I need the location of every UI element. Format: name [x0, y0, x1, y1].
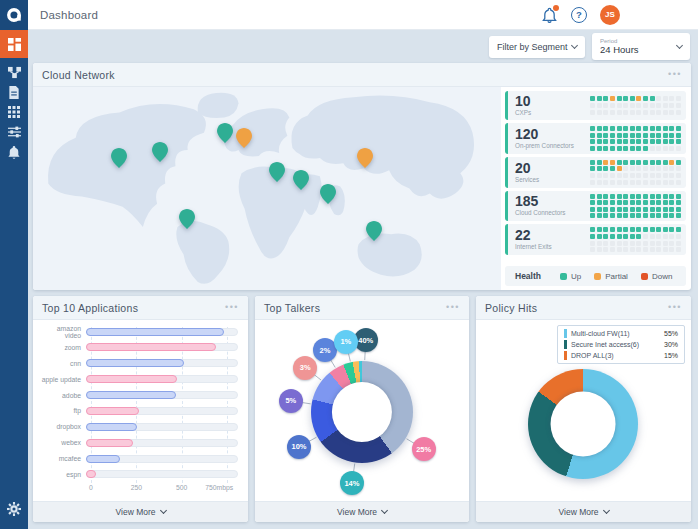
view-more-button[interactable]: View More: [255, 501, 469, 522]
status-dot-empty: [597, 103, 602, 108]
map-pin-up[interactable]: [217, 123, 233, 143]
status-dot-up: [597, 166, 602, 171]
panel-menu-icon[interactable]: •••: [225, 303, 239, 312]
sidebar-item-settings[interactable]: [0, 499, 28, 519]
sidebar-item-documents[interactable]: [0, 82, 28, 102]
status-dot-empty: [650, 166, 655, 171]
bar-track: [86, 423, 238, 431]
map-pin-up[interactable]: [152, 142, 168, 162]
app-bar[interactable]: [86, 439, 133, 447]
status-dot-empty: [663, 96, 668, 101]
app-bar[interactable]: [86, 407, 139, 415]
map-pin-up[interactable]: [269, 162, 285, 182]
status-dot-up: [663, 227, 668, 232]
status-dot-up: [676, 200, 681, 205]
status-dot-empty: [603, 110, 608, 115]
status-dot-empty: [603, 241, 608, 246]
status-dot-up: [630, 207, 635, 212]
map-pin-up[interactable]: [366, 221, 382, 241]
status-dot-up: [630, 96, 635, 101]
status-dot-empty: [663, 173, 668, 178]
view-more-button[interactable]: View More: [476, 501, 691, 522]
status-dot-empty: [656, 103, 661, 108]
status-dot-up: [603, 166, 608, 171]
app-bar[interactable]: [86, 359, 184, 367]
legend-label: Partial: [605, 272, 628, 281]
status-dot-up: [623, 194, 628, 199]
gear-icon: [7, 502, 21, 516]
status-dot-empty: [623, 247, 628, 252]
bar-track: [86, 328, 238, 336]
status-dot-up: [663, 200, 668, 205]
document-icon: [8, 86, 20, 99]
app-bar-row: zoom: [39, 343, 238, 352]
policy-hits-title: Policy Hits: [485, 302, 537, 314]
app-bar-row: espn: [39, 470, 238, 479]
sidebar-item-dashboard[interactable]: [0, 30, 28, 58]
map-pin-up[interactable]: [293, 170, 309, 190]
map-pin-up[interactable]: [179, 209, 195, 229]
app-bar[interactable]: [86, 423, 137, 431]
status-dot-up: [669, 126, 674, 131]
status-dot-up: [623, 96, 628, 101]
status-dot-up: [676, 160, 681, 165]
status-dot-empty: [610, 180, 615, 185]
sidebar-item-controls[interactable]: [0, 122, 28, 142]
user-avatar[interactable]: JS: [600, 5, 620, 25]
sidebar-item-apps[interactable]: [0, 102, 28, 122]
status-dot-up: [590, 96, 595, 101]
status-dot-up: [636, 213, 641, 218]
status-dot-empty: [650, 247, 655, 252]
notifications-button[interactable]: [542, 7, 558, 23]
app-bar[interactable]: [86, 391, 176, 399]
status-dot-up: [603, 139, 608, 144]
app-bar[interactable]: [86, 375, 177, 383]
policy-name: DROP ALL(3): [571, 352, 660, 359]
segment-filter-dropdown[interactable]: Filter by Segment: [489, 36, 585, 58]
map-pin-up[interactable]: [320, 184, 336, 204]
app-label: ftp: [39, 407, 86, 414]
status-dot-empty: [623, 173, 628, 178]
notification-badge: [553, 5, 559, 11]
status-dot-up: [610, 133, 615, 138]
status-dot-up: [603, 213, 608, 218]
panel-menu-icon[interactable]: •••: [446, 303, 460, 312]
map-pin-partial[interactable]: [357, 148, 373, 168]
period-dropdown[interactable]: Period 24 Hours: [592, 33, 690, 60]
status-dot-up: [636, 133, 641, 138]
status-dot-up: [623, 146, 628, 151]
status-dot-up: [669, 139, 674, 144]
map-pin-up[interactable]: [111, 148, 127, 168]
status-dot-up: [630, 227, 635, 232]
status-dot-empty: [663, 146, 668, 151]
status-dot-empty: [663, 110, 668, 115]
sidebar-item-notifications[interactable]: [0, 142, 28, 162]
status-dot-up: [643, 96, 648, 101]
status-dot-up: [590, 126, 595, 131]
sidebar-item-network-topology[interactable]: [0, 62, 28, 82]
panel-menu-icon[interactable]: •••: [668, 70, 682, 79]
legend-label: Up: [571, 272, 581, 281]
map-pin-partial[interactable]: [236, 128, 252, 148]
status-dot-up: [643, 139, 648, 144]
status-dot-empty: [603, 180, 608, 185]
view-more-button[interactable]: View More: [33, 501, 248, 522]
app-bar[interactable]: [86, 455, 120, 463]
app-bar[interactable]: [86, 343, 216, 351]
status-dot-empty: [643, 103, 648, 108]
status-dot-up: [650, 126, 655, 131]
app-bar[interactable]: [86, 328, 224, 336]
bar-track: [86, 439, 238, 447]
app-bar[interactable]: [86, 470, 96, 478]
status-dot-up: [663, 194, 668, 199]
bar-track: [86, 391, 238, 399]
status-dot-up: [597, 213, 602, 218]
app-label: espn: [39, 471, 86, 478]
panel-menu-icon[interactable]: •••: [668, 303, 682, 312]
status-dot-empty: [630, 110, 635, 115]
period-value: 24 Hours: [600, 44, 677, 55]
status-dot-up: [610, 146, 615, 151]
health-dot-grid: [590, 96, 681, 114]
app-logo: [0, 0, 28, 30]
help-button[interactable]: ?: [571, 7, 587, 23]
